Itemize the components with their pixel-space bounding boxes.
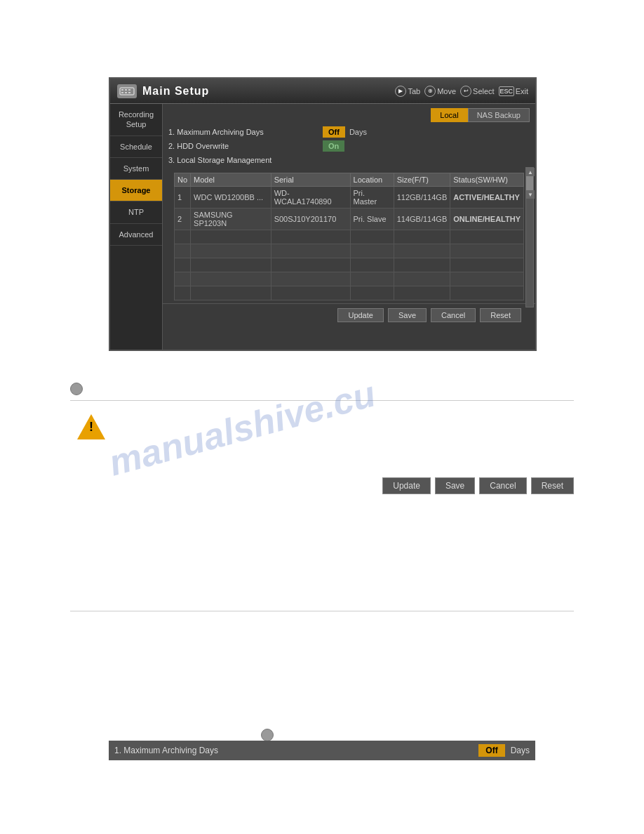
cell-size: 114GB/114GB [394,208,450,230]
reset-button-2[interactable]: Reset [531,477,574,494]
svg-rect-5 [128,89,130,91]
sidebar-item-storage[interactable]: Storage [110,180,162,201]
cell-model: WDC WD1200BB ... [191,187,271,208]
archiving-label: 1. Maximum Archiving Days [114,746,478,755]
title-controls: ▶ Tab ⊕ Move ↩ Select ESC Exit [395,86,528,97]
main-setup-window: Main Setup ▶ Tab ⊕ Move ↩ Select ESC Exi… [109,77,537,351]
save-button[interactable]: Save [388,308,427,322]
setting-label-3: 3. Local Storage Management [168,156,323,164]
svg-rect-2 [121,92,123,93]
scroll-up-arrow[interactable]: ▲ [526,168,535,176]
warning-section: ! [70,407,574,449]
bottom-buttons: Update Save Cancel Reset [163,303,535,326]
archiving-unit: Days [511,746,530,755]
setting-unit-1: Days [349,128,367,136]
title-bar: Main Setup ▶ Tab ⊕ Move ↩ Select ESC Exi… [110,79,535,104]
table-row-empty [175,244,524,258]
sidebar-item-system[interactable]: System [110,158,162,180]
bullet-icon-2 [261,729,274,741]
warning-icon-container: ! [77,414,105,442]
setting-value-1: Off [323,126,345,138]
svg-rect-6 [128,92,130,93]
setting-label-2: 2. HDD Overwrite [168,142,323,150]
update-button-2[interactable]: Update [382,477,431,494]
move-control: ⊕ Move [424,86,456,97]
tab-row: Local NAS Backup [163,104,535,122]
col-serial: Serial [271,173,350,187]
bullet-icon-1 [70,383,83,395]
move-label: Move [437,87,456,95]
tab-local[interactable]: Local [431,108,467,122]
cell-serial: S00SJ10Y201170 [271,208,350,230]
cancel-button-2[interactable]: Cancel [479,477,526,494]
bottom-action-buttons: Update Save Cancel Reset [382,477,574,494]
tab-nas-backup[interactable]: NAS Backup [468,108,530,122]
main-panel: Local NAS Backup 1. Maximum Archiving Da… [163,104,535,350]
select-label: Select [473,87,495,95]
scrollbar[interactable]: ▲ ▼ [525,167,534,307]
cell-status: ACTIVE/HEALTHY [450,187,524,208]
table-row-empty [175,272,524,286]
tab-label: Tab [408,87,420,95]
tab-control: ▶ Tab [395,86,420,97]
col-size: Size(F/T) [394,173,450,187]
col-status: Status(SW/HW) [450,173,524,187]
select-control: ↩ Select [460,86,495,97]
storage-table: No Model Serial Location Size(F/T) Statu… [174,173,524,300]
table-row-empty [175,230,524,244]
section-divider-1 [70,400,574,401]
bottom-archiving-section: 1. Maximum Archiving Days Off Days [109,741,535,760]
sidebar-item-advanced[interactable]: Advanced [110,224,162,246]
scroll-thumb[interactable] [526,176,533,190]
setting-label-1: 1. Maximum Archiving Days [168,128,323,136]
move-icon: ⊕ [424,86,436,97]
cell-no: 2 [175,208,191,230]
setting-value-2: On [323,140,344,152]
table-row[interactable]: 2 SAMSUNG SP1203N S00SJ10Y201170 Pri. Sl… [175,208,524,230]
table-row-empty [175,286,524,300]
settings-section: 1. Maximum Archiving Days Off Days 2. HD… [163,122,535,170]
esc-key: ESC [499,86,514,96]
cell-no: 1 [175,187,191,208]
col-no: No [175,173,191,187]
table-row-empty [175,258,524,272]
setting-max-archiving: 1. Maximum Archiving Days Off Days [168,125,530,139]
content-area: RecordingSetup Schedule System Storage N… [110,104,535,350]
svg-rect-4 [125,92,127,93]
cell-location: Pri. Master [350,187,394,208]
sidebar-item-schedule[interactable]: Schedule [110,136,162,158]
setup-icon [117,84,137,98]
scroll-down-arrow[interactable]: ▼ [526,190,535,199]
sidebar-item-ntp[interactable]: NTP [110,201,162,223]
svg-rect-3 [125,89,127,91]
warning-exclamation: ! [89,420,93,435]
cell-location: Pri. Slave [350,208,394,230]
title-left: Main Setup [117,84,209,98]
svg-rect-1 [121,89,123,91]
sidebar-item-recording-setup[interactable]: RecordingSetup [110,104,162,136]
setting-hdd-overwrite: 2. HDD Overwrite On [168,139,530,153]
col-model: Model [191,173,271,187]
table-row[interactable]: 1 WDC WD1200BB ... WD-WCALA1740890 Pri. … [175,187,524,208]
section-divider-2 [70,611,574,611]
update-button[interactable]: Update [337,308,383,322]
archiving-row: 1. Maximum Archiving Days Off Days [109,741,535,760]
table-container: No Model Serial Location Size(F/T) Statu… [163,170,535,303]
reset-button[interactable]: Reset [480,308,521,322]
cell-status: ONLINE/HEALTHY [450,208,524,230]
svg-rect-0 [120,88,134,95]
setting-local-storage: 3. Local Storage Management [168,153,530,167]
exit-label: Exit [516,87,528,95]
window-title: Main Setup [142,85,209,98]
col-location: Location [350,173,394,187]
sidebar: RecordingSetup Schedule System Storage N… [110,104,163,350]
exit-control: ESC Exit [499,86,528,96]
save-button-2[interactable]: Save [435,477,475,494]
tab-icon: ▶ [395,86,406,97]
archiving-value: Off [478,744,504,757]
cell-model: SAMSUNG SP1203N [191,208,271,230]
cell-serial: WD-WCALA1740890 [271,187,350,208]
select-icon: ↩ [460,86,471,97]
cancel-button[interactable]: Cancel [431,308,476,322]
cell-size: 112GB/114GB [394,187,450,208]
